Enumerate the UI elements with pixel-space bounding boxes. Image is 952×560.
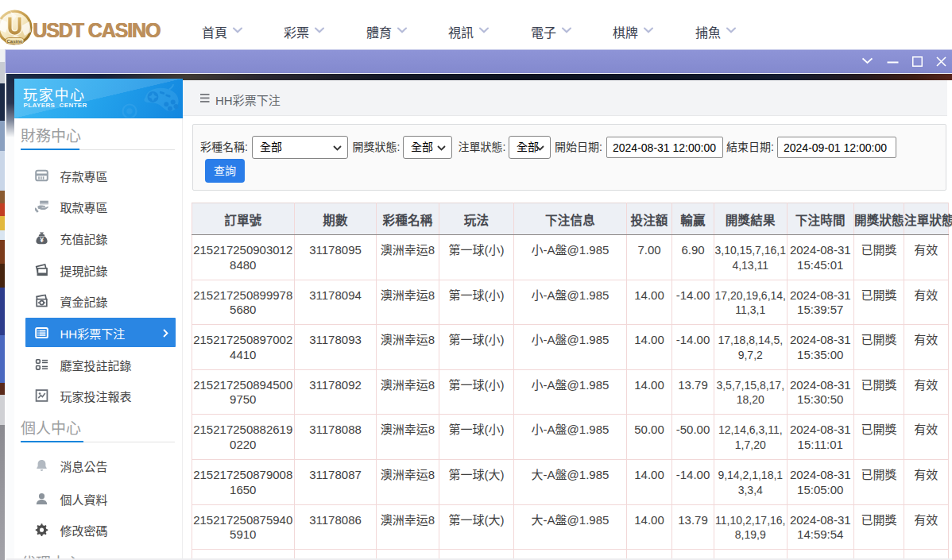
svg-text:Casino: Casino	[6, 39, 22, 44]
svg-text:¥: ¥	[40, 236, 44, 244]
